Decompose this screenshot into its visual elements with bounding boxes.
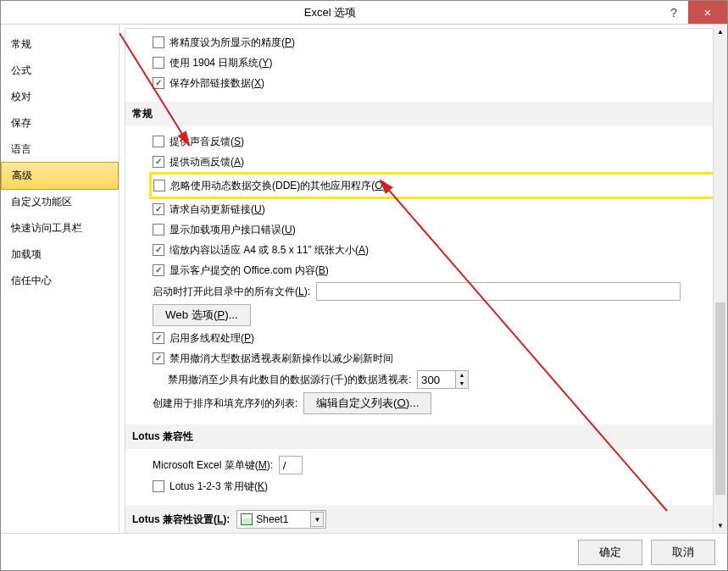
calc-option-label-0: 将精度设为所显示的精度(P): [169, 34, 295, 51]
section-lotus-settings-header: Lotus 兼容性设置(L): Sheet1 ▼: [125, 505, 722, 533]
general-option-checkbox-3[interactable]: [153, 203, 164, 215]
sidebar-item-4[interactable]: 语言: [1, 136, 119, 163]
sidebar-item-3[interactable]: 保存: [1, 110, 119, 136]
section-lotus-header: Lotus 兼容性: [125, 424, 722, 449]
calc-option-checkbox-1[interactable]: [153, 57, 164, 69]
calc-option-checkbox-2[interactable]: [153, 77, 164, 89]
ok-button[interactable]: 确定: [578, 540, 642, 565]
cancel-button[interactable]: 取消: [651, 540, 715, 565]
sheet-dropdown[interactable]: Sheet1 ▼: [236, 510, 326, 529]
sidebar-item-8[interactable]: 加载项: [1, 241, 119, 268]
sort-lists-row: 创建用于排序和填充序列的列表: 编辑自定义列表(O)...: [137, 391, 715, 416]
section-general-header: 常规: [125, 102, 722, 126]
general-option-label-4: 显示加载项用户接口错误(U): [169, 221, 296, 238]
calc-option-label-2: 保存外部链接数据(X): [169, 75, 264, 91]
lotus-nav-label: Lotus 1-2-3 常用键(K): [169, 478, 268, 495]
pivot-rows-spinner[interactable]: ▲▼: [417, 370, 469, 389]
general-option-row-0[interactable]: 提供声音反馈(S): [153, 131, 715, 152]
web-options-button[interactable]: Web 选项(P)...: [153, 304, 251, 326]
pivot-rows-label: 禁用撤消至少具有此数目的数据源行(千)的数据透视表:: [168, 371, 411, 388]
web-options-row: Web 选项(P)...: [137, 302, 715, 328]
general-option-row-6[interactable]: 显示客户提交的 Office.com 内容(B): [153, 260, 715, 280]
general-option-checkbox-4[interactable]: [153, 224, 164, 236]
general-option-row-3[interactable]: 请求自动更新链接(U): [153, 199, 715, 219]
general-option-label-6: 显示客户提交的 Office.com 内容(B): [169, 262, 329, 279]
excel-menu-key-label: Microsoft Excel 菜单键(M):: [153, 457, 273, 474]
excel-menu-key-row: Microsoft Excel 菜单键(M):: [137, 454, 715, 476]
sort-lists-label: 创建用于排序和填充序列的列表:: [153, 395, 297, 412]
calc-option-row-1[interactable]: 使用 1904 日期系统(Y): [153, 53, 715, 73]
help-button[interactable]: ?: [659, 1, 688, 24]
general-option-checkbox-2[interactable]: [153, 180, 165, 191]
startup-dir-input[interactable]: [316, 282, 681, 301]
general-option-row-4[interactable]: 显示加载项用户接口错误(U): [153, 219, 715, 240]
options-dialog: Excel 选项 ? × 常规公式校对保存语言高级自定义功能区快速访问工具栏加载…: [0, 0, 728, 571]
titlebar: Excel 选项 ? ×: [1, 1, 727, 25]
chevron-down-icon[interactable]: ▼: [310, 512, 324, 527]
general-option-label-5: 缩放内容以适应 A4 或 8.5 x 11" 纸张大小(A): [169, 241, 369, 258]
pivot-rows-input[interactable]: [417, 370, 456, 389]
general-option-checkbox-5[interactable]: [153, 244, 164, 256]
sheet-name: Sheet1: [256, 513, 307, 525]
close-button[interactable]: ×: [688, 1, 727, 24]
calc-option-row-2[interactable]: 保存外部链接数据(X): [153, 73, 715, 93]
multithread-label: 启用多线程处理(P): [169, 330, 254, 346]
general-option-checkbox-1[interactable]: [153, 156, 164, 168]
sidebar-item-2[interactable]: 校对: [1, 84, 119, 110]
general-option-row-1[interactable]: 提供动画反馈(A): [153, 152, 715, 172]
sidebar-item-0[interactable]: 常规: [1, 31, 119, 58]
sidebar-item-7[interactable]: 快速访问工具栏: [1, 215, 119, 241]
content-inner: 将精度设为所显示的精度(P)使用 1904 日期系统(Y)保存外部链接数据(X)…: [125, 28, 722, 533]
pivot-rows-row: 禁用撤消至少具有此数目的数据源行(千)的数据透视表: ▲▼: [137, 369, 715, 391]
sidebar-item-9[interactable]: 信任中心: [1, 268, 119, 294]
edit-custom-lists-button[interactable]: 编辑自定义列表(O)...: [303, 392, 431, 414]
scroll-down-icon[interactable]: ▼: [714, 518, 727, 533]
general-option-label-0: 提供声音反馈(S): [169, 133, 244, 150]
general-option-label-3: 请求自动更新链接(U): [169, 201, 265, 218]
lotus-settings-label: Lotus 兼容性设置(L):: [132, 513, 230, 527]
startup-dir-row: 启动时打开此目录中的所有文件(L):: [137, 280, 715, 302]
window-title: Excel 选项: [1, 5, 659, 20]
scroll-up-icon[interactable]: ▲: [714, 25, 727, 39]
calc-option-checkbox-0[interactable]: [153, 36, 164, 48]
pivot-refresh-row[interactable]: 禁用撤消大型数据透视表刷新操作以减少刷新时间: [137, 348, 715, 369]
general-option-row-5[interactable]: 缩放内容以适应 A4 或 8.5 x 11" 纸张大小(A): [153, 240, 715, 260]
lotus-nav-row[interactable]: Lotus 1-2-3 常用键(K): [137, 476, 715, 496]
calc-option-label-1: 使用 1904 日期系统(Y): [169, 54, 272, 71]
excel-menu-key-input[interactable]: [279, 456, 303, 474]
titlebar-buttons: ? ×: [659, 1, 727, 24]
scroll-track[interactable]: [714, 39, 727, 518]
worksheet-icon: [241, 513, 253, 525]
highlight-annotation: 忽略使用动态数据交换(DDE)的其他应用程序(O): [149, 172, 715, 199]
multithread-checkbox[interactable]: [153, 332, 164, 344]
sidebar-item-5[interactable]: 高级: [1, 162, 119, 190]
content-pane: 将精度设为所显示的精度(P)使用 1904 日期系统(Y)保存外部链接数据(X)…: [119, 25, 727, 533]
general-option-label-2: 忽略使用动态数据交换(DDE)的其他应用程序(O): [170, 177, 386, 194]
category-sidebar: 常规公式校对保存语言高级自定义功能区快速访问工具栏加载项信任中心: [1, 25, 119, 533]
workbook-calc-options: 将精度设为所显示的精度(P)使用 1904 日期系统(Y)保存外部链接数据(X): [137, 32, 715, 93]
startup-dir-label: 启动时打开此目录中的所有文件(L):: [153, 283, 310, 300]
general-option-row-2[interactable]: 忽略使用动态数据交换(DDE)的其他应用程序(O): [153, 175, 711, 196]
vertical-scrollbar[interactable]: ▲ ▼: [713, 25, 727, 533]
general-option-checkbox-0[interactable]: [153, 136, 164, 147]
sidebar-item-6[interactable]: 自定义功能区: [1, 189, 119, 215]
general-option-checkbox-6[interactable]: [153, 264, 164, 276]
dialog-body: 常规公式校对保存语言高级自定义功能区快速访问工具栏加载项信任中心 将精度设为所显…: [1, 25, 727, 533]
dialog-footer: 确定 取消: [1, 533, 727, 570]
general-options: 提供声音反馈(S)提供动画反馈(A)忽略使用动态数据交换(DDE)的其他应用程序…: [137, 131, 715, 280]
pivot-refresh-label: 禁用撤消大型数据透视表刷新操作以减少刷新时间: [169, 350, 393, 367]
multithread-row[interactable]: 启用多线程处理(P): [137, 328, 715, 348]
pivot-refresh-checkbox[interactable]: [153, 352, 164, 364]
lotus-nav-checkbox[interactable]: [153, 480, 164, 492]
spinner-buttons[interactable]: ▲▼: [456, 370, 469, 389]
sidebar-item-1[interactable]: 公式: [1, 58, 119, 84]
spin-down-icon[interactable]: ▼: [456, 380, 468, 388]
scroll-thumb[interactable]: [715, 302, 725, 494]
general-option-label-1: 提供动画反馈(A): [169, 153, 244, 170]
calc-option-row-0[interactable]: 将精度设为所显示的精度(P): [153, 32, 715, 53]
